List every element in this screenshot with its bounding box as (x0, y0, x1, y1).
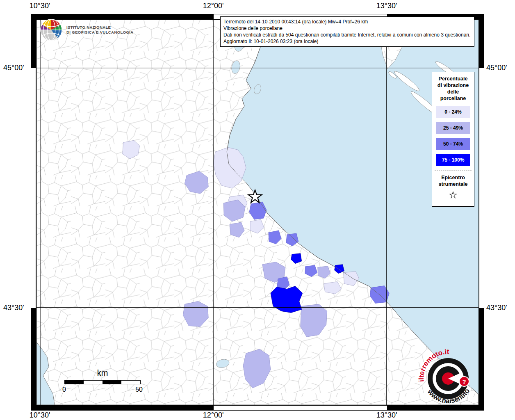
scale-bar: km 0 50 (62, 368, 144, 394)
macroseismic-map-page: 10°30' 12°00' 13°30' 10°30' 12°00' 13°30… (0, 0, 515, 420)
map-svg (36, 20, 479, 405)
legend-box: Percentuale di vibrazione delle porcella… (432, 72, 474, 207)
lon-label-bottom-1330: 13°30' (376, 411, 397, 420)
lat-label-right-4330: 43°30' (486, 304, 507, 312)
legend-class-25-49: 25 - 49% (436, 122, 470, 134)
legend-epicenter-line: strumentale (434, 181, 472, 187)
event-info-line-2: Vibrazione delle porcellane (223, 25, 471, 32)
scale-start-label: 0 (62, 386, 66, 393)
lat-label-right-4500: 45°00' (486, 64, 507, 72)
scale-unit-label: km (62, 368, 144, 378)
legend-divider (435, 171, 472, 171)
legend-star-icon (448, 190, 458, 201)
legend-title-line: porcellane (434, 95, 472, 102)
ingv-globe-icon (39, 18, 63, 42)
ingv-logo: ISTITUTO NAZIONALE DI GEOFISICA E VULCAN… (39, 18, 134, 42)
lon-label-top-1030: 10°30' (30, 2, 50, 10)
lon-label-bottom-1030: 10°30' (30, 411, 50, 420)
event-info-line-3: Dati non verificati estratti da 504 ques… (223, 32, 471, 38)
legend-class-50-74: 50 - 74% (436, 138, 470, 150)
legend-title-line: Percentuale (434, 75, 472, 82)
haisentito-site-logo: ilterremoto.it www.haisentito ? (413, 344, 483, 413)
scale-bar-graphic (64, 380, 141, 384)
site-logo-question-mark: ? (462, 378, 466, 385)
legend-title-line: delle (434, 89, 472, 95)
lat-label-left-4500: 45°00' (3, 64, 24, 72)
site-logo-icon: ilterremoto.it www.haisentito ? (413, 344, 483, 413)
legend-class-75-100: 75 - 100% (436, 154, 470, 166)
legend-title-line: di vibrazione (434, 82, 472, 89)
ingv-name-line-1: ISTITUTO NAZIONALE (66, 25, 134, 30)
lon-label-top-1330: 13°30' (376, 2, 397, 10)
lon-label-bottom-1200: 12°00' (203, 411, 224, 420)
scale-end-label: 50 (135, 386, 143, 393)
lon-label-top-1200: 12°00' (203, 2, 224, 10)
ingv-name-line-2: DI GEOFISICA E VULCANOLOGIA (66, 30, 134, 35)
event-info-box: Terremoto del 14-10-2010 00:43:14 (ora l… (220, 16, 474, 47)
map-canvas (36, 19, 479, 405)
legend-epicenter-line: Epicentro (434, 174, 472, 181)
lat-label-left-4330: 43°30' (3, 304, 24, 312)
legend-class-0-24: 0 - 24% (436, 106, 470, 118)
event-info-line-4: Aggiornato il: 10-01-2026 03:23 (ora loc… (223, 38, 471, 45)
event-info-line-1: Terremoto del 14-10-2010 00:43:14 (ora l… (223, 18, 471, 25)
frame-strip-left (31, 14, 36, 411)
